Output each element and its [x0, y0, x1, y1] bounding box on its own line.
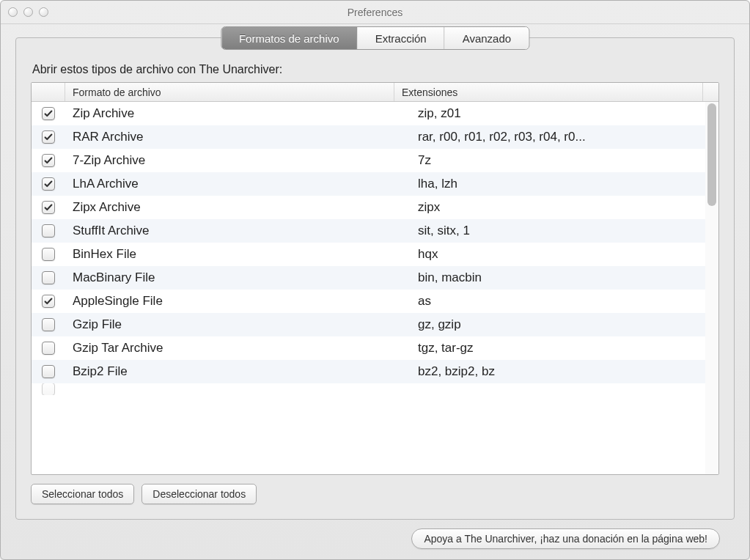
row-extensions: rar, r00, r01, r02, r03, r04, r0...	[411, 130, 718, 144]
row-checkbox-cell	[32, 342, 65, 355]
row-checkbox[interactable]	[42, 130, 55, 144]
row-checkbox-cell	[32, 248, 65, 261]
row-checkbox[interactable]	[42, 383, 55, 395]
window-controls	[8, 7, 48, 17]
table-row[interactable]: LhA Archivelha, lzh	[32, 172, 718, 196]
row-format-name: Gzip File	[65, 317, 411, 332]
row-format-name: RAR Archive	[65, 130, 411, 144]
row-format-name: Gzip Tar Archive	[65, 341, 411, 355]
deselect-all-button[interactable]: Deseleccionar todos	[141, 484, 257, 504]
row-checkbox[interactable]	[42, 201, 55, 214]
tab-extraction[interactable]: Extracción	[358, 27, 445, 49]
row-extensions: gz, gzip	[411, 317, 718, 332]
table-row[interactable]: StuffIt Archivesit, sitx, 1	[32, 219, 718, 243]
table-row[interactable]: AppleSingle Fileas	[32, 290, 718, 313]
table-row[interactable]: Zipx Archivezipx	[32, 196, 718, 219]
tab-bar: Formatos de archivo Extracción Avanzado	[221, 26, 529, 50]
row-format-name: MacBinary File	[65, 270, 411, 285]
row-format-name: LhA Archive	[65, 177, 411, 191]
row-checkbox-cell	[32, 130, 65, 144]
row-extensions: 7z	[411, 153, 718, 168]
scrollbar-track[interactable]	[705, 102, 718, 474]
row-checkbox-cell	[32, 201, 65, 214]
row-format-name: AppleSingle File	[65, 294, 411, 309]
row-checkbox[interactable]	[42, 107, 55, 120]
row-extensions: tgz, tar-gz	[411, 341, 718, 355]
row-extensions: sit, sitx, 1	[411, 224, 718, 238]
row-checkbox[interactable]	[42, 248, 55, 261]
row-checkbox[interactable]	[42, 295, 55, 308]
table-row[interactable]: 7-Zip Archive7z	[32, 149, 718, 172]
tab-file-formats[interactable]: Formatos de archivo	[221, 27, 358, 49]
zoom-icon[interactable]	[39, 7, 48, 17]
row-checkbox[interactable]	[42, 271, 55, 284]
col-header-format[interactable]: Formato de archivo	[65, 83, 394, 101]
row-format-name: Zip Archive	[65, 106, 411, 121]
row-checkbox-cell	[32, 318, 65, 331]
table-row[interactable]: Gzip Filegz, gzip	[32, 313, 718, 336]
content-area: Formatos de archivo Extracción Avanzado …	[1, 24, 749, 559]
row-checkbox-cell	[32, 365, 65, 378]
col-header-scroll	[702, 83, 718, 101]
row-checkbox-cell	[32, 107, 65, 120]
footer: Apoya a The Unarchiver, ¡haz una donació…	[15, 520, 735, 549]
row-checkbox[interactable]	[42, 224, 55, 237]
button-row: Seleccionar todos Deseleccionar todos	[31, 484, 719, 504]
minimize-icon[interactable]	[23, 7, 33, 17]
table-row[interactable]	[32, 383, 718, 395]
row-extensions: bz2, bzip2, bz	[411, 364, 718, 379]
row-extensions: bin, macbin	[411, 270, 718, 285]
row-checkbox[interactable]	[42, 177, 55, 191]
table-header: Formato de archivo Extensiones	[32, 83, 718, 102]
row-extensions: lha, lzh	[411, 177, 718, 191]
main-panel: Formatos de archivo Extracción Avanzado …	[15, 37, 735, 520]
window-title: Preferences	[1, 7, 749, 18]
row-checkbox-cell	[32, 295, 65, 308]
close-icon[interactable]	[8, 7, 18, 17]
row-checkbox-cell	[32, 271, 65, 284]
donate-button[interactable]: Apoya a The Unarchiver, ¡haz una donació…	[411, 528, 720, 549]
row-extensions: zipx	[411, 200, 718, 215]
formats-table: Formato de archivo Extensiones Zip Archi…	[31, 82, 719, 475]
col-header-checkbox[interactable]	[32, 83, 65, 101]
row-checkbox[interactable]	[42, 342, 55, 355]
row-format-name: BinHex File	[65, 247, 411, 262]
table-body: Zip Archivezip, z01RAR Archiverar, r00, …	[32, 102, 718, 474]
row-format-name: 7-Zip Archive	[65, 153, 411, 168]
row-extensions: as	[411, 294, 718, 309]
select-all-button[interactable]: Seleccionar todos	[31, 484, 134, 504]
row-checkbox[interactable]	[42, 318, 55, 331]
row-checkbox-cell	[32, 224, 65, 237]
titlebar: Preferences	[1, 1, 749, 24]
row-extensions: zip, z01	[411, 106, 718, 121]
tab-advanced[interactable]: Avanzado	[445, 27, 529, 49]
section-label: Abrir estos tipos de archivo con The Una…	[32, 63, 719, 76]
table-row[interactable]: MacBinary Filebin, macbin	[32, 266, 718, 290]
row-format-name: Zipx Archive	[65, 200, 411, 215]
preferences-window: Preferences Formatos de archivo Extracci…	[0, 0, 750, 560]
table-row[interactable]: RAR Archiverar, r00, r01, r02, r03, r04,…	[32, 125, 718, 149]
row-format-name: Bzip2 File	[65, 364, 411, 379]
table-row[interactable]: Zip Archivezip, z01	[32, 102, 718, 125]
row-extensions: hqx	[411, 247, 718, 262]
row-checkbox[interactable]	[42, 365, 55, 378]
scrollbar-thumb[interactable]	[707, 103, 716, 206]
table-row[interactable]: Gzip Tar Archivetgz, tar-gz	[32, 336, 718, 360]
row-checkbox-cell	[32, 154, 65, 167]
row-checkbox-cell	[32, 177, 65, 191]
table-row[interactable]: Bzip2 Filebz2, bzip2, bz	[32, 360, 718, 383]
col-header-extensions[interactable]: Extensiones	[394, 83, 702, 101]
row-checkbox[interactable]	[42, 154, 55, 167]
table-row[interactable]: BinHex Filehqx	[32, 243, 718, 266]
row-format-name: StuffIt Archive	[65, 224, 411, 238]
